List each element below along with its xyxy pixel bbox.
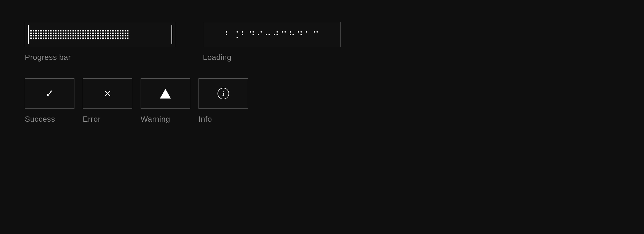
progress-dot — [53, 35, 54, 36]
progress-dot — [58, 30, 59, 31]
progress-dot — [102, 30, 104, 31]
loading-dot — [314, 31, 315, 33]
loading-dot — [258, 34, 259, 35]
progress-dot — [105, 33, 106, 34]
progress-dot — [110, 30, 111, 31]
main-container: Progress bar Loading Success Error — [0, 0, 366, 146]
loading-dot — [290, 31, 291, 33]
progress-dot — [120, 33, 121, 34]
progress-dot — [112, 35, 114, 36]
progress-dot — [75, 30, 76, 31]
loading-dot — [282, 37, 283, 38]
progress-dot — [115, 38, 116, 39]
progress-dot — [58, 33, 59, 34]
loading-dot — [258, 37, 259, 38]
loading-dot-row — [266, 37, 270, 38]
progress-dot — [102, 38, 104, 39]
loading-dot — [306, 31, 307, 33]
info-box: i — [198, 78, 248, 109]
loading-dot — [229, 34, 230, 35]
loading-segment — [242, 31, 246, 38]
progress-dot — [95, 30, 96, 31]
loading-dot-row — [226, 34, 230, 35]
progress-dot — [95, 38, 96, 39]
loading-dot — [237, 37, 238, 38]
loading-dot — [285, 37, 286, 38]
triangle-icon — [160, 89, 171, 99]
progress-dot — [75, 33, 76, 34]
loading-segment — [234, 31, 238, 38]
loading-dot — [226, 34, 227, 35]
loading-dot — [229, 31, 230, 33]
loading-dot — [261, 31, 262, 33]
progress-dot — [60, 33, 61, 34]
progress-dot — [110, 38, 111, 39]
loading-dot — [285, 31, 286, 33]
loading-dot-row — [290, 37, 294, 38]
progress-dot — [127, 35, 128, 36]
loading-dot — [290, 37, 291, 38]
progress-dot — [77, 30, 79, 31]
progress-dot — [40, 33, 42, 34]
progress-dot — [97, 38, 99, 39]
progress-dot — [45, 38, 47, 39]
loading-dot-row — [266, 34, 270, 35]
loading-dot — [316, 31, 318, 33]
loading-dot — [269, 37, 270, 38]
progress-dot — [90, 38, 91, 39]
loading-dot-row — [306, 37, 310, 38]
top-row: Progress bar Loading — [25, 22, 341, 62]
progress-dot — [117, 38, 119, 39]
loading-dot-row — [266, 31, 270, 33]
loading-dot-row — [298, 37, 302, 38]
progress-dot — [90, 35, 91, 36]
progress-bar-left-cursor — [28, 25, 29, 44]
loading-dot — [253, 37, 254, 38]
loading-dot — [269, 31, 270, 33]
loading-dot — [308, 31, 310, 33]
loading-segment — [298, 31, 302, 38]
loading-dot — [298, 34, 299, 35]
loading-dot-row — [226, 31, 230, 33]
progress-dot — [110, 35, 111, 36]
progress-dot — [122, 35, 124, 36]
progress-dot — [117, 33, 119, 34]
progress-bar-group: Progress bar — [25, 22, 175, 62]
progress-dot — [125, 33, 126, 34]
loading-dot-row — [258, 31, 262, 33]
progress-bar-dots — [30, 30, 170, 39]
progress-dot — [70, 30, 71, 31]
loading-dot-row — [290, 34, 294, 35]
progress-dot — [45, 30, 47, 31]
loading-dot — [316, 34, 318, 35]
progress-dot — [40, 30, 42, 31]
progress-dot — [33, 33, 34, 34]
progress-dot — [75, 38, 76, 39]
progress-dot — [80, 35, 81, 36]
progress-dot — [102, 33, 104, 34]
progress-dot — [95, 33, 96, 34]
loading-dot — [245, 34, 246, 35]
loading-dot — [298, 31, 299, 33]
loading-dot — [266, 34, 267, 35]
progress-dot — [48, 38, 49, 39]
loading-dot — [282, 34, 283, 35]
progress-dot — [43, 33, 44, 34]
loading-segment — [282, 31, 286, 38]
progress-dot — [102, 35, 104, 36]
loading-dot — [242, 37, 243, 38]
progress-dot — [100, 35, 101, 36]
progress-dot — [90, 30, 91, 31]
success-label: Success — [25, 115, 74, 124]
progress-dot — [92, 35, 94, 36]
progress-dot — [65, 35, 66, 36]
progress-dot — [122, 33, 124, 34]
progress-dot — [115, 33, 116, 34]
progress-dot — [55, 33, 57, 34]
loading-segment — [290, 31, 294, 38]
progress-dot — [82, 38, 84, 39]
loading-dot — [300, 37, 302, 38]
progress-dot — [38, 35, 39, 36]
loading-dot — [269, 34, 270, 35]
loading-dot-row — [282, 37, 286, 38]
